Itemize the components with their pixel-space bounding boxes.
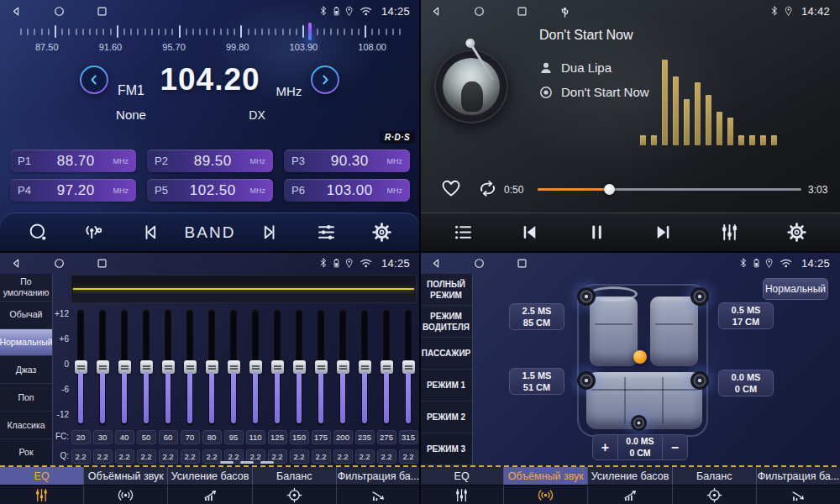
tab-eq-sliders[interactable]: EQ: [420, 467, 504, 485]
radio-program-icon[interactable]: [73, 222, 115, 243]
tab-balance[interactable]: Баланс: [253, 467, 337, 485]
favorite-button[interactable]: [440, 177, 462, 199]
fc-value[interactable]: 235: [355, 430, 375, 444]
fc-value[interactable]: 275: [377, 430, 396, 444]
tune-down-button[interactable]: [80, 66, 108, 94]
listening-mode-item[interactable]: РЕЖИМ 2: [420, 402, 472, 433]
eq-slider-track[interactable]: [186, 309, 193, 425]
rear-right-speaker-icon[interactable]: [690, 371, 709, 390]
rear-left-delay[interactable]: 1.5 MS 51 CM: [509, 368, 564, 395]
back-icon[interactable]: [10, 5, 23, 18]
playlist-icon[interactable]: [443, 222, 485, 243]
q-value[interactable]: 2.2: [355, 449, 375, 464]
front-right-delay[interactable]: 0.5 MS 17 CM: [718, 302, 774, 329]
home-icon[interactable]: [53, 5, 66, 18]
preset-button-P3[interactable]: P390.30MHz: [284, 150, 410, 172]
eq-slider-track[interactable]: [274, 309, 281, 425]
usb-icon[interactable]: [559, 5, 571, 18]
q-value[interactable]: 2.2: [137, 449, 156, 464]
eq-slider-track[interactable]: [339, 309, 346, 425]
home-icon[interactable]: [53, 257, 66, 270]
fc-value[interactable]: 200: [333, 430, 353, 444]
horizontal-scrollbar[interactable]: [220, 461, 274, 464]
eq-sliders-icon[interactable]: [0, 486, 84, 504]
listening-mode-item[interactable]: ПАССАЖИР: [420, 338, 472, 370]
balance-icon[interactable]: [253, 486, 337, 504]
tab-balance[interactable]: Баланс: [673, 467, 757, 485]
listener-position-marker[interactable]: [633, 350, 647, 364]
sound-profile-button[interactable]: Нормальный: [763, 278, 828, 300]
fc-value[interactable]: 175: [312, 430, 331, 444]
q-value[interactable]: 2.2: [290, 449, 309, 464]
back-icon[interactable]: [10, 257, 23, 270]
eq-slider-track[interactable]: [230, 309, 237, 425]
fc-value[interactable]: 20: [71, 430, 91, 444]
preset-button-P6[interactable]: P6103.00MHz: [284, 179, 410, 202]
bass-boost-icon[interactable]: [168, 486, 252, 504]
settings-icon[interactable]: [775, 222, 817, 243]
tab-surround-sound[interactable]: Объёмный звук: [504, 467, 588, 485]
eq-preset-item[interactable]: Рок: [0, 439, 52, 465]
repeat-button[interactable]: [477, 178, 498, 199]
next-track-icon[interactable]: [643, 222, 685, 243]
q-value[interactable]: 2.2: [399, 449, 418, 464]
pause-icon[interactable]: [575, 222, 617, 243]
bass-boost-icon[interactable]: [588, 486, 672, 504]
eq-preset-item[interactable]: Поп: [0, 384, 52, 412]
q-value[interactable]: 2.2: [159, 449, 178, 464]
home-icon[interactable]: [473, 257, 486, 270]
frequency-dial[interactable]: [0, 24, 420, 39]
tab-bass-filter[interactable]: Фильтрация ба...: [757, 467, 840, 485]
next-icon[interactable]: [249, 222, 291, 243]
fc-value[interactable]: 30: [93, 430, 113, 444]
eq-slider-track[interactable]: [296, 309, 302, 425]
search-icon[interactable]: [17, 222, 59, 243]
eq-slider-track[interactable]: [208, 309, 215, 425]
bass-filter-icon[interactable]: [337, 486, 420, 504]
listening-mode-item[interactable]: ПОЛНЫЙ РЕЖИМ: [420, 274, 472, 306]
front-left-delay[interactable]: 2.5 MS 85 CM: [509, 303, 564, 330]
equalizer-icon[interactable]: [709, 222, 751, 243]
tab-surround-sound[interactable]: Объёмный звук: [84, 467, 168, 485]
back-icon[interactable]: [430, 257, 443, 270]
fc-value[interactable]: 80: [202, 430, 222, 444]
preset-button-P1[interactable]: P188.70MHz: [10, 150, 136, 172]
balance-icon[interactable]: [673, 486, 757, 504]
increase-delay-button[interactable]: +: [593, 435, 617, 459]
fc-value[interactable]: 110: [246, 430, 265, 444]
rear-left-speaker-icon[interactable]: [577, 371, 596, 390]
fc-value[interactable]: 40: [115, 430, 134, 444]
q-value[interactable]: 2.2: [93, 449, 113, 464]
q-value[interactable]: 2.2: [312, 449, 331, 464]
settings-icon[interactable]: [361, 222, 403, 243]
eq-slider-track[interactable]: [318, 309, 324, 425]
listening-mode-item[interactable]: РЕЖИМ 3: [420, 433, 472, 465]
eq-slider-track[interactable]: [405, 309, 412, 425]
tune-up-button[interactable]: [311, 66, 339, 94]
band-button[interactable]: BAND: [185, 223, 236, 242]
tab-bass-filter[interactable]: Фильтрация ба...: [337, 467, 420, 485]
eq-slider-track[interactable]: [383, 309, 390, 425]
eq-slider-track[interactable]: [121, 309, 128, 425]
eq-preset-item[interactable]: Нормальный: [0, 329, 52, 357]
surround-sound-icon[interactable]: [84, 486, 168, 504]
q-value[interactable]: 2.2: [71, 449, 91, 464]
fc-value[interactable]: 95: [224, 430, 244, 444]
seek-bar-knob[interactable]: [604, 184, 615, 195]
seek-bar[interactable]: [538, 188, 801, 191]
decrease-delay-button[interactable]: −: [663, 435, 687, 459]
rear-right-delay[interactable]: 0.0 MS 0 CM: [718, 370, 774, 396]
tuner-settings-icon[interactable]: [305, 222, 347, 243]
eq-slider-track[interactable]: [77, 309, 84, 425]
fc-value[interactable]: 70: [181, 430, 200, 444]
fc-value[interactable]: 315: [399, 430, 418, 444]
surround-sound-icon[interactable]: [504, 486, 588, 504]
fc-value[interactable]: 150: [290, 430, 309, 444]
eq-preset-item[interactable]: Джаз: [0, 356, 52, 384]
eq-preset-item[interactable]: Обычай: [0, 302, 52, 329]
fc-value[interactable]: 125: [268, 430, 287, 444]
eq-slider-track[interactable]: [99, 309, 106, 425]
q-value[interactable]: 2.2: [377, 449, 396, 464]
eq-slider-track[interactable]: [165, 309, 171, 425]
home-icon[interactable]: [473, 5, 486, 18]
